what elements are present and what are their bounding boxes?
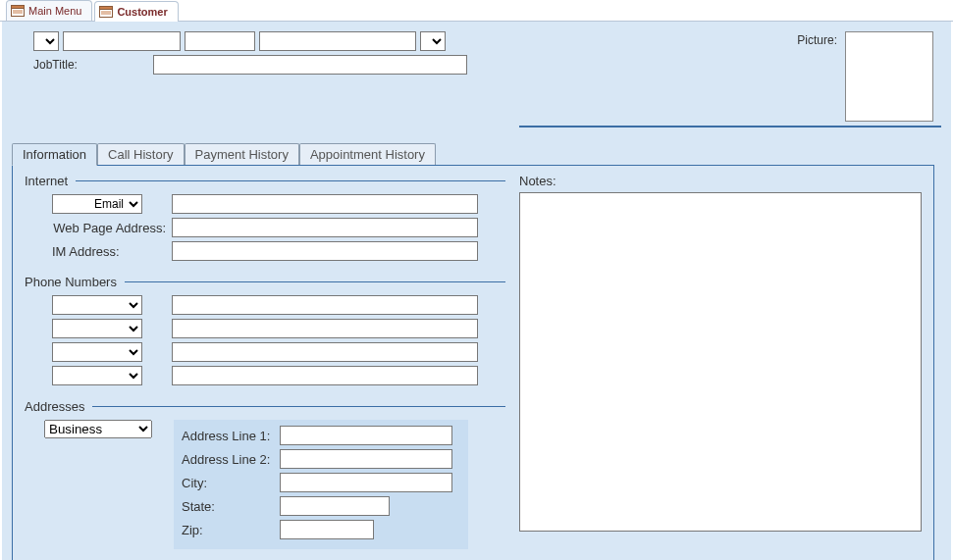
addr-state-input[interactable]: [280, 496, 390, 516]
addr-line1-input[interactable]: [280, 426, 452, 445]
im-label: IM Address:: [25, 244, 172, 259]
tab-information[interactable]: Information: [12, 143, 97, 166]
last-name-input[interactable]: [259, 31, 416, 51]
group-phones-title: Phone Numbers: [25, 275, 117, 289]
divider: [125, 281, 505, 282]
tab-customer-label: Customer: [117, 6, 167, 18]
tab-appointment-history[interactable]: Appointment History: [299, 143, 436, 165]
notes-textarea[interactable]: [519, 192, 922, 532]
addr-state-label: State:: [182, 499, 280, 514]
phone-type-dropdown-1[interactable]: [52, 295, 142, 315]
suffix-dropdown[interactable]: [420, 31, 446, 51]
tab-customer[interactable]: Customer: [94, 1, 178, 22]
addr-line2-input[interactable]: [280, 449, 452, 469]
phone-type-dropdown-3[interactable]: [52, 342, 142, 362]
prefix-dropdown[interactable]: [33, 31, 59, 51]
webpage-input[interactable]: [172, 218, 478, 237]
tab-payment-history[interactable]: Payment History: [185, 143, 299, 165]
group-internet: Internet Email Web Page Address:: [25, 174, 505, 265]
phone-input-3[interactable]: [172, 342, 478, 362]
addr-zip-input[interactable]: [280, 520, 374, 539]
phone-type-dropdown-2[interactable]: [52, 319, 142, 338]
jobtitle-input[interactable]: [153, 55, 467, 75]
addr-city-input[interactable]: [280, 473, 452, 492]
picture-label: Picture:: [797, 31, 837, 47]
first-name-input[interactable]: [63, 31, 181, 51]
divider: [76, 180, 505, 181]
phone-input-1[interactable]: [172, 295, 478, 315]
document-tabbar: Main Menu Customer: [0, 0, 953, 22]
tab-main-menu-label: Main Menu: [28, 5, 81, 17]
addr-line1-label: Address Line 1:: [182, 429, 280, 443]
tab-main-menu[interactable]: Main Menu: [6, 0, 92, 21]
divider: [92, 406, 505, 407]
group-addresses: Addresses Business Address Line 1:: [25, 399, 505, 549]
addr-city-label: City:: [182, 476, 280, 490]
details-tabcontrol: Information Call History Payment History…: [12, 141, 934, 560]
form-icon: [99, 6, 113, 18]
name-block: JobTitle:: [33, 31, 467, 75]
form-icon: [11, 5, 25, 17]
customer-form: JobTitle: Picture: Information Call Hist…: [2, 22, 951, 560]
email-type-dropdown[interactable]: Email: [52, 194, 142, 214]
group-phones: Phone Numbers: [25, 275, 505, 389]
tab-call-history[interactable]: Call History: [97, 143, 184, 165]
webpage-label: Web Page Address:: [25, 221, 172, 235]
addr-zip-label: Zip:: [182, 523, 280, 537]
notes-label: Notes:: [519, 174, 922, 188]
picture-underline: [519, 126, 941, 127]
tabpage-information: Internet Email Web Page Address:: [12, 165, 934, 560]
address-block: Address Line 1: Address Line 2: City:: [174, 420, 468, 549]
svg-rect-1: [12, 6, 25, 9]
jobtitle-label: JobTitle:: [33, 58, 147, 72]
middle-name-input[interactable]: [185, 31, 255, 51]
svg-rect-5: [100, 7, 113, 10]
picture-box[interactable]: [845, 31, 933, 122]
picture-block: Picture:: [797, 31, 933, 122]
phone-type-dropdown-4[interactable]: [52, 366, 142, 385]
im-input[interactable]: [172, 241, 478, 261]
group-addresses-title: Addresses: [25, 399, 84, 414]
phone-input-4[interactable]: [172, 366, 478, 385]
phone-input-2[interactable]: [172, 319, 478, 338]
addr-line2-label: Address Line 2:: [182, 452, 280, 467]
address-type-dropdown[interactable]: Business: [44, 420, 152, 438]
group-internet-title: Internet: [25, 174, 68, 188]
email-input[interactable]: [172, 194, 478, 214]
